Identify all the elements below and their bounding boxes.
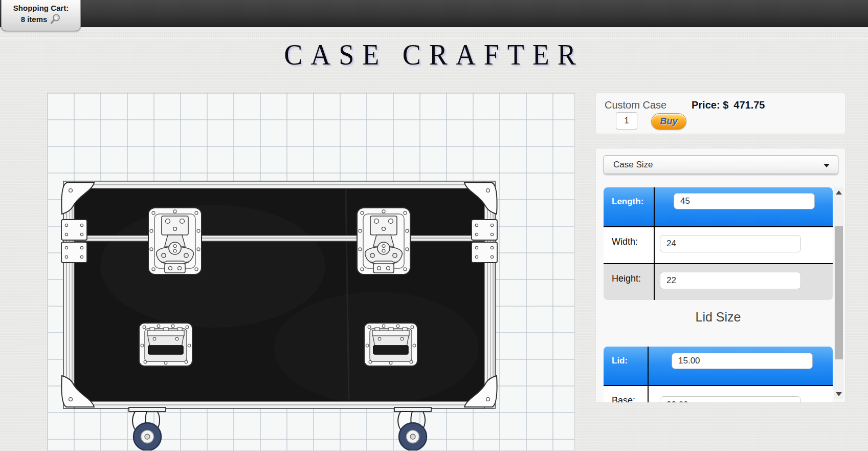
table-row-base: Base: [604, 385, 833, 403]
lid-input[interactable] [672, 353, 813, 369]
case-config-panel: Case Size Length: Width: Height: Lid Siz… [595, 148, 845, 403]
quantity-input[interactable] [616, 112, 637, 130]
chevron-down-icon [824, 164, 830, 167]
length-label: Length: [604, 187, 655, 226]
triangle-down-icon [836, 392, 842, 396]
table-row-width: Width: [604, 226, 833, 263]
case-preview [59, 179, 499, 451]
price-display: Price: $471.75 [692, 99, 770, 111]
height-label: Height: [604, 264, 655, 300]
case-latch-right [357, 208, 410, 274]
triangle-up-icon [836, 190, 842, 195]
case-handle-right [364, 323, 417, 366]
width-input[interactable] [660, 235, 801, 252]
size-table: Length: Width: Height: [604, 187, 833, 300]
lid-size-heading: Lid Size [604, 310, 833, 325]
scrollbar-up-button[interactable] [834, 187, 843, 198]
top-navigation-bar [0, 0, 868, 27]
buy-button[interactable]: Buy [651, 113, 686, 130]
scrollbar-track[interactable] [834, 187, 843, 399]
page: Shopping Cart: 8 items CASE CRAFTER [0, 0, 868, 451]
scrollbar-down-button[interactable] [834, 389, 843, 399]
magnifier-icon [50, 13, 61, 25]
product-name: Custom Case [605, 99, 666, 111]
price-label: Price: $ [692, 99, 728, 111]
cart-count: 8 items [21, 15, 48, 24]
design-grid-canvas [47, 93, 575, 451]
table-row-height: Height: [604, 263, 833, 300]
buy-panel: Custom Case Price: $471.75 Buy [595, 93, 845, 134]
case-handle-left [139, 323, 192, 366]
length-input[interactable] [674, 193, 815, 209]
scrollbar-thumb[interactable] [835, 226, 843, 359]
shopping-cart-tab[interactable]: Shopping Cart: 8 items [1, 0, 81, 31]
width-label: Width: [604, 227, 655, 263]
cart-label: Shopping Cart: [2, 4, 80, 12]
base-label: Base: [604, 386, 649, 403]
case-size-dropdown-label: Case Size [613, 160, 653, 170]
case-caster-left [129, 407, 166, 450]
page-title: CASE CRAFTER [0, 38, 868, 71]
base-input[interactable] [660, 396, 801, 403]
lid-label: Lid: [604, 347, 649, 385]
table-row-length: Length: [604, 187, 833, 226]
table-row-lid: Lid: [604, 347, 833, 385]
price-value: 471.75 [733, 99, 765, 111]
lid-table: Lid: Base: [604, 347, 833, 403]
height-input[interactable] [660, 272, 801, 289]
case-latch-left [148, 208, 202, 274]
case-caster-right [394, 407, 431, 450]
case-size-dropdown[interactable]: Case Size [604, 155, 838, 174]
